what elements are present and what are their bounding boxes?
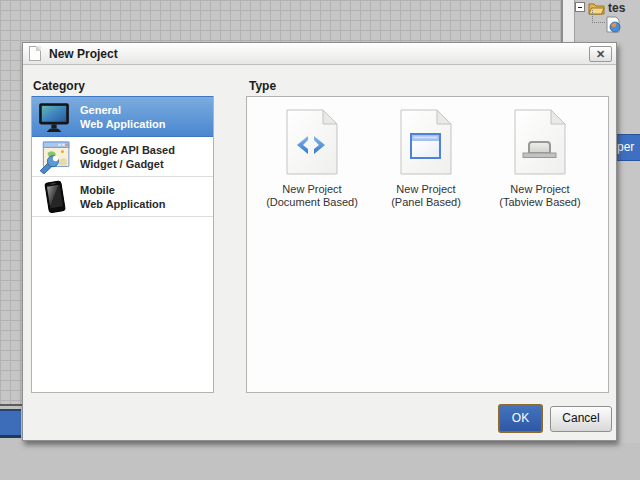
- category-item-line2: Widget / Gadget: [80, 157, 175, 171]
- type-item-line2: (Document Based): [255, 196, 369, 209]
- category-label: Category: [33, 79, 85, 93]
- document-icon: [29, 46, 41, 61]
- category-item-line2: Web Application: [80, 117, 166, 131]
- smartphone-icon: [37, 180, 71, 214]
- monitor-icon: [37, 100, 71, 134]
- category-item-line1: Mobile: [80, 183, 166, 197]
- html-file-icon[interactable]: [606, 16, 622, 33]
- tree-branch-line: [592, 10, 605, 23]
- category-item-general[interactable]: General Web Application: [32, 96, 213, 137]
- close-icon: ✕: [596, 48, 605, 61]
- category-item-google-api[interactable]: Google API Based Widget / Gadget: [32, 137, 213, 177]
- type-list: New Project (Document Based): [246, 96, 609, 393]
- ok-button[interactable]: OK: [498, 404, 543, 433]
- cancel-button[interactable]: Cancel: [550, 406, 612, 432]
- document-code-icon: [286, 109, 338, 175]
- type-label: Type: [249, 79, 276, 93]
- type-item-line2: (Tabview Based): [483, 196, 597, 209]
- type-item-tabview-based[interactable]: New Project (Tabview Based): [483, 109, 597, 392]
- tree-item-label: tes: [608, 1, 625, 15]
- dialog-title: New Project: [49, 47, 118, 61]
- dialog-titlebar[interactable]: New Project ✕: [23, 43, 616, 65]
- background-blue-panel: [0, 409, 21, 438]
- type-item-document-based[interactable]: New Project (Document Based): [255, 109, 369, 392]
- category-list: General Web Application Google API Ba: [31, 96, 214, 393]
- close-button[interactable]: ✕: [589, 46, 612, 62]
- category-item-line1: General: [80, 103, 166, 117]
- type-item-line1: New Project: [369, 183, 483, 196]
- type-item-line1: New Project: [483, 183, 597, 196]
- category-item-mobile[interactable]: Mobile Web Application: [32, 177, 213, 217]
- map-wrench-icon: [37, 140, 71, 174]
- new-project-dialog: New Project ✕ Category Type: [22, 42, 617, 441]
- category-item-line1: Google API Based: [80, 143, 175, 157]
- type-item-line2: (Panel Based): [369, 196, 483, 209]
- tree-collapse-icon[interactable]: [575, 2, 585, 12]
- type-item-line1: New Project: [255, 183, 369, 196]
- document-panel-icon: [400, 109, 452, 175]
- background-helper-button[interactable]: per: [616, 134, 640, 161]
- category-item-line2: Web Application: [80, 197, 166, 211]
- tree-item-folder[interactable]: tes: [575, 0, 640, 16]
- document-tabview-icon: [514, 109, 566, 175]
- type-item-panel-based[interactable]: New Project (Panel Based): [369, 109, 483, 392]
